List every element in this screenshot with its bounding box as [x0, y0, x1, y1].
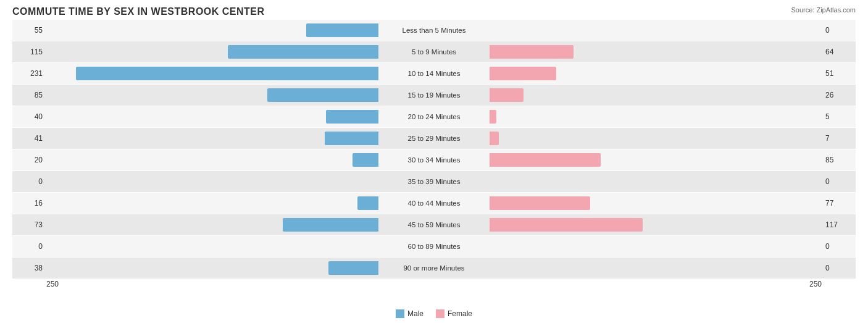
bar-left-container	[46, 23, 378, 37]
male-value: 0	[12, 242, 46, 251]
bar-right-container	[490, 240, 822, 253]
bar-male	[357, 196, 378, 210]
bar-left-container	[46, 218, 378, 232]
row-label: 5 to 9 Minutes	[378, 48, 490, 56]
chart-title: COMMUTE TIME BY SEX IN WESTBROOK CENTER	[12, 6, 856, 17]
source-label: Source: ZipAtlas.com	[791, 6, 856, 14]
male-value: 55	[12, 26, 46, 35]
legend-female-label: Female	[448, 309, 472, 318]
bar-left-container	[46, 175, 378, 188]
female-value: 51	[822, 69, 856, 78]
legend-female-box	[436, 309, 444, 318]
row-label: 10 to 14 Minutes	[378, 70, 490, 77]
male-value: 16	[12, 199, 46, 208]
female-value: 77	[822, 199, 856, 208]
table-row: 40 20 to 24 Minutes 5	[12, 106, 856, 127]
row-label: 30 to 34 Minutes	[378, 156, 490, 164]
bar-female	[490, 153, 601, 167]
bar-right-container	[490, 67, 822, 80]
row-label: Less than 5 Minutes	[378, 27, 490, 34]
female-value: 117	[822, 220, 856, 229]
bar-left-container	[46, 261, 378, 275]
bar-right-container	[490, 45, 822, 59]
row-label: 90 or more Minutes	[378, 264, 490, 272]
bar-male	[283, 218, 378, 232]
legend-male: Male	[396, 309, 424, 318]
bar-right-container	[490, 110, 822, 124]
male-value: 41	[12, 134, 46, 143]
female-value: 26	[822, 91, 856, 99]
bar-male	[76, 67, 378, 80]
female-value: 64	[822, 48, 856, 56]
bar-female	[490, 218, 643, 232]
male-value: 38	[12, 264, 46, 272]
male-value: 115	[12, 48, 46, 56]
bar-male	[306, 23, 378, 37]
legend-male-box	[396, 309, 404, 318]
female-value: 0	[822, 26, 856, 35]
legend-female: Female	[436, 309, 472, 318]
table-row: 85 15 to 19 Minutes 26	[12, 85, 856, 106]
axis-right-label: 250	[809, 280, 822, 288]
female-value: 0	[822, 242, 856, 251]
bar-female	[490, 67, 556, 80]
table-row: 231 10 to 14 Minutes 51	[12, 63, 856, 84]
table-row: 20 30 to 34 Minutes 85	[12, 149, 856, 170]
legend-male-label: Male	[407, 309, 424, 318]
bar-female	[490, 88, 524, 102]
male-value: 0	[12, 177, 46, 186]
male-value: 85	[12, 91, 46, 99]
table-row: 73 45 to 59 Minutes 117	[12, 214, 856, 235]
bar-left-container	[46, 196, 378, 210]
bar-male	[328, 261, 378, 275]
bar-female	[490, 132, 499, 145]
bar-female	[490, 45, 574, 59]
bar-right-container	[490, 23, 822, 37]
row-label: 15 to 19 Minutes	[378, 91, 490, 99]
row-label: 60 to 89 Minutes	[378, 243, 490, 250]
row-label: 25 to 29 Minutes	[378, 135, 490, 142]
bar-male	[325, 132, 378, 145]
bar-female	[490, 196, 590, 210]
table-row: 38 90 or more Minutes 0	[12, 258, 856, 279]
table-row: 115 5 to 9 Minutes 64	[12, 41, 856, 62]
bar-male	[228, 45, 378, 59]
table-row: 0 60 to 89 Minutes 0	[12, 236, 856, 257]
table-row: 41 25 to 29 Minutes 7	[12, 128, 856, 149]
male-value: 40	[12, 112, 46, 121]
bar-left-container	[46, 67, 378, 80]
female-value: 5	[822, 112, 856, 121]
male-value: 231	[12, 69, 46, 78]
bar-right-container	[490, 153, 822, 167]
bar-right-container	[490, 175, 822, 188]
bar-right-container	[490, 261, 822, 275]
chart-area: 55 Less than 5 Minutes 0 115 5 to 9 Minu…	[12, 20, 856, 279]
bar-female	[490, 110, 496, 124]
bar-right-container	[490, 132, 822, 145]
bar-left-container	[46, 153, 378, 167]
table-row: 55 Less than 5 Minutes 0	[12, 20, 856, 41]
female-value: 0	[822, 264, 856, 272]
chart-container: COMMUTE TIME BY SEX IN WESTBROOK CENTER …	[0, 0, 868, 323]
bar-male	[353, 153, 378, 167]
bar-left-container	[46, 240, 378, 253]
bar-left-container	[46, 45, 378, 59]
bar-right-container	[490, 196, 822, 210]
table-row: 0 35 to 39 Minutes 0	[12, 171, 856, 192]
axis-left-label: 250	[46, 280, 59, 288]
female-value: 0	[822, 177, 856, 186]
axis-labels: 250 250	[12, 280, 856, 288]
bar-male	[326, 110, 378, 124]
legend: Male Female	[0, 309, 868, 318]
bar-right-container	[490, 218, 822, 232]
female-value: 85	[822, 156, 856, 164]
bar-left-container	[46, 88, 378, 102]
row-label: 20 to 24 Minutes	[378, 113, 490, 120]
row-label: 45 to 59 Minutes	[378, 221, 490, 229]
female-value: 7	[822, 134, 856, 143]
male-value: 73	[12, 220, 46, 229]
bar-left-container	[46, 110, 378, 124]
male-value: 20	[12, 156, 46, 164]
table-row: 16 40 to 44 Minutes 77	[12, 193, 856, 214]
bar-left-container	[46, 132, 378, 145]
